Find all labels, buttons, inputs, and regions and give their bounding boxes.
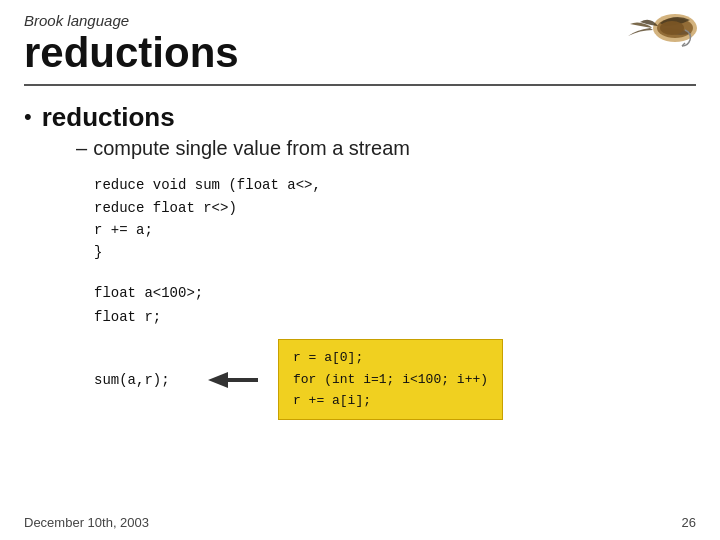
header-title: reductions <box>24 30 696 76</box>
svg-rect-5 <box>226 378 258 382</box>
dash-icon: – <box>76 137 87 159</box>
code-line-1: reduce void sum (float a<>, <box>94 174 696 196</box>
code-line-4: } <box>94 241 696 263</box>
footer-page-number: 26 <box>682 515 696 530</box>
sub-description: –compute single value from a stream <box>24 137 696 160</box>
code-line-3: r += a; <box>94 219 696 241</box>
yellow-line-1: r = a[0]; <box>293 347 488 368</box>
svg-marker-4 <box>208 372 228 388</box>
svg-point-2 <box>660 21 684 35</box>
header: Brook language reductions <box>0 0 720 84</box>
code-block-2: float a<100>; float r; <box>94 282 696 330</box>
main-content: • reductions –compute single value from … <box>0 86 720 419</box>
sum-call-code: sum(a,r); <box>94 372 184 388</box>
footer: December 10th, 2003 26 <box>24 515 696 530</box>
code-float-a: float a<100>; <box>94 282 696 306</box>
bullet-reductions: • reductions <box>24 102 696 133</box>
yellow-equivalent-box: r = a[0]; for (int i=1; i<100; i++) r +=… <box>278 339 503 419</box>
code-section: reduce void sum (float a<>, reduce float… <box>24 174 696 329</box>
left-arrow <box>208 370 258 390</box>
code-block-1: reduce void sum (float a<>, reduce float… <box>94 174 696 264</box>
code-line-2: reduce float r<>) <box>94 197 696 219</box>
bullet-dot-icon: • <box>24 104 32 130</box>
yellow-line-3: r += a[i]; <box>293 390 488 411</box>
footer-date: December 10th, 2003 <box>24 515 149 530</box>
yellow-line-2: for (int i=1; i<100; i++) <box>293 369 488 390</box>
code-float-r: float r; <box>94 306 696 330</box>
arrow-row: sum(a,r); r = a[0]; for (int i=1; i<100;… <box>24 339 696 419</box>
fly-fishing-image <box>620 8 700 68</box>
bullet-reductions-label: reductions <box>42 102 175 133</box>
sub-description-text: compute single value from a stream <box>93 137 410 159</box>
header-subtitle: Brook language <box>24 12 696 30</box>
